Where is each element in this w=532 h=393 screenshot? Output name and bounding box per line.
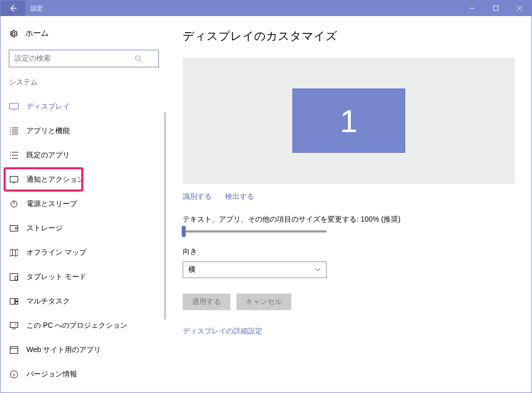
sidebar-item-label: オフライン マップ (26, 248, 86, 257)
gear-icon (9, 29, 18, 38)
svg-rect-10 (16, 298, 18, 301)
sidebar-item-label: 通知とアクション (26, 175, 84, 184)
svg-rect-8 (15, 276, 18, 280)
close-button[interactable] (508, 1, 531, 16)
category-header: システム (1, 78, 166, 94)
notification-icon (9, 176, 19, 183)
maximize-button[interactable] (484, 1, 508, 16)
list-icon (9, 127, 19, 135)
sidebar-item-projection[interactable]: この PC へのプロジェクション (1, 313, 166, 338)
sidebar-item-about[interactable]: バージョン情報 (1, 362, 166, 386)
sidebar-item-label: Web サイト用のアプリ (26, 345, 101, 355)
svg-rect-2 (10, 103, 19, 109)
dropdown-value: 横 (188, 265, 196, 274)
sidebar-scrollbar[interactable] (164, 112, 166, 319)
svg-point-1 (136, 56, 140, 61)
sidebar-item-label: アプリと機能 (26, 126, 70, 136)
sidebar-item-label: 電源とスリープ (26, 199, 77, 209)
web-icon (9, 346, 19, 354)
sidebar-item-label: 既定のアプリ (26, 151, 70, 160)
orientation-dropdown[interactable]: 横 (183, 261, 327, 278)
sidebar-item-label: ディスプレイ (26, 102, 70, 111)
sidebar-item-web-apps[interactable]: Web サイト用のアプリ (1, 338, 166, 362)
orientation-label: 向き (183, 247, 515, 256)
window-title: 設定 (25, 4, 460, 13)
sidebar-item-tablet-mode[interactable]: タブレット モード (1, 265, 166, 289)
sidebar-item-apps[interactable]: アプリと機能 (1, 119, 166, 143)
monitor-1[interactable]: 1 (292, 89, 405, 153)
multitask-icon (9, 298, 19, 304)
cancel-button[interactable]: キャンセル (237, 294, 291, 310)
defaults-icon (9, 152, 19, 159)
maximize-icon (493, 6, 498, 11)
sidebar-item-label: ストレージ (26, 224, 63, 233)
display-arrangement-area[interactable]: 1 (183, 57, 515, 184)
apply-button[interactable]: 適用する (183, 294, 230, 310)
minimize-button[interactable] (460, 1, 484, 16)
sidebar-item-power[interactable]: 電源とスリープ (1, 192, 166, 216)
sidebar-item-notifications[interactable]: 通知とアクション (1, 167, 166, 192)
sidebar-item-label: マルチタスク (26, 297, 70, 306)
svg-rect-0 (494, 6, 498, 11)
projection-icon (9, 322, 19, 329)
sidebar: ホーム 設定の検索 システム ディスプレイ アプリと機能 既定のアプリ (1, 16, 166, 392)
advanced-display-link[interactable]: ディスプレイの詳細設定 (183, 327, 262, 335)
scale-label: テキスト、アプリ、その他の項目のサイズを変更する: 100% (推奨) (183, 215, 515, 224)
map-icon (9, 249, 19, 256)
tablet-icon (9, 273, 19, 281)
sidebar-item-label: この PC へのプロジェクション (26, 321, 127, 330)
search-placeholder: 設定の検索 (14, 54, 135, 63)
slider-thumb[interactable] (182, 226, 186, 237)
page-heading: ディスプレイのカスタマイズ (183, 28, 515, 44)
monitor-number: 1 (340, 103, 358, 139)
sidebar-item-offline-maps[interactable]: オフライン マップ (1, 240, 166, 265)
sidebar-item-label: タブレット モード (26, 272, 86, 282)
detect-link[interactable]: 検出する (225, 192, 254, 200)
main-content: ディスプレイのカスタマイズ 1 識別する 検出する テキスト、アプリ、その他の項… (166, 16, 531, 392)
svg-rect-13 (10, 346, 18, 353)
svg-rect-11 (16, 301, 18, 304)
title-bar: 設定 (1, 1, 531, 16)
nav-list: ディスプレイ アプリと機能 既定のアプリ 通知とアクション 電源とスリープ スト… (1, 94, 166, 386)
monitor-icon (9, 103, 19, 110)
power-icon (9, 200, 19, 208)
sidebar-item-storage[interactable]: ストレージ (1, 216, 166, 240)
back-button[interactable] (1, 1, 25, 16)
scale-slider[interactable] (183, 230, 327, 232)
identify-link[interactable]: 識別する (183, 192, 212, 200)
sidebar-item-label: バージョン情報 (26, 370, 77, 379)
storage-icon (9, 225, 19, 231)
svg-point-6 (15, 227, 17, 229)
sidebar-item-multitask[interactable]: マルチタスク (1, 289, 166, 313)
info-icon (9, 370, 19, 379)
arrow-left-icon (8, 4, 18, 13)
minimize-icon (469, 6, 475, 11)
svg-rect-12 (10, 322, 18, 327)
chevron-down-icon (315, 268, 321, 272)
search-icon (135, 55, 142, 62)
search-input[interactable]: 設定の検索 (9, 50, 159, 67)
svg-rect-5 (10, 225, 18, 231)
sidebar-item-display[interactable]: ディスプレイ (1, 94, 166, 119)
svg-rect-3 (10, 176, 18, 182)
svg-rect-9 (10, 298, 15, 304)
sidebar-item-default-apps[interactable]: 既定のアプリ (1, 143, 166, 167)
close-icon (517, 6, 522, 11)
home-label: ホーム (25, 28, 49, 38)
home-nav[interactable]: ホーム (1, 28, 166, 50)
